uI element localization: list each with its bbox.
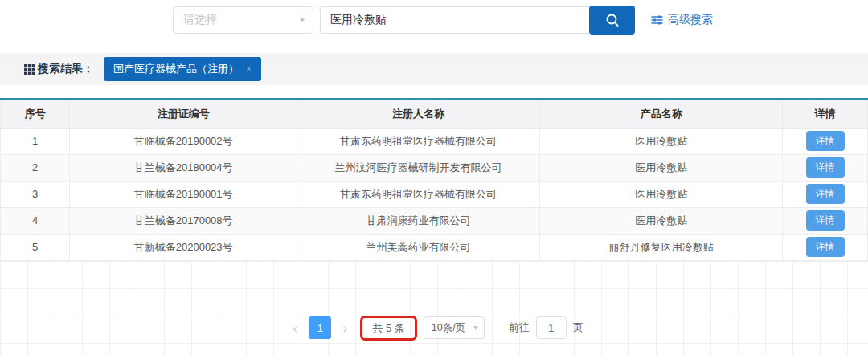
search-icon bbox=[604, 12, 620, 28]
cell-no: 3 bbox=[1, 181, 70, 207]
cell-product: 医用冷敷贴 bbox=[540, 154, 783, 181]
total-count-label: 共 5 条 bbox=[372, 322, 404, 334]
category-select[interactable]: 请选择 ▾ bbox=[173, 6, 313, 34]
column-header-detail: 详情 bbox=[783, 100, 868, 128]
table-row: 2 甘兰械备20180004号 兰州汶河医疗器械研制开发有限公司 医用冷敷贴 详… bbox=[1, 154, 868, 181]
detail-button[interactable]: 详情 bbox=[806, 131, 845, 151]
cell-registrant: 甘肃东药明祖堂医疗器械有限公司 bbox=[297, 181, 540, 207]
cell-no: 5 bbox=[1, 234, 70, 260]
cell-cert: 甘兰械备20180004号 bbox=[70, 154, 297, 181]
detail-button[interactable]: 详情 bbox=[806, 184, 845, 204]
search-bar: 请选择 ▾ 高级搜 bbox=[173, 6, 713, 35]
page-number-button[interactable]: 1 bbox=[309, 316, 331, 339]
table-row: 3 甘临械备20190001号 甘肃东药明祖堂医疗器械有限公司 医用冷敷贴 详情 bbox=[1, 181, 868, 207]
cell-no: 1 bbox=[1, 128, 70, 154]
pagination: ‹ 1 › 共 5 条 10条/页 ▾ 前往 页 bbox=[0, 315, 868, 341]
cell-product: 医用冷敷贴 bbox=[540, 181, 783, 207]
cell-product: 医用冷敷贴 bbox=[540, 207, 783, 234]
cell-cert: 甘临械备20190001号 bbox=[70, 181, 297, 207]
cell-product: 医用冷敷贴 bbox=[540, 128, 783, 154]
chevron-down-icon: ▾ bbox=[473, 323, 478, 332]
table-row: 5 甘新械备20200023号 兰州美蒿药业有限公司 丽舒丹修复医用冷敷贴 详情 bbox=[1, 234, 868, 260]
search-input[interactable] bbox=[320, 6, 589, 34]
category-select-placeholder: 请选择 bbox=[183, 13, 217, 27]
grid-icon bbox=[24, 64, 35, 75]
goto-label: 前往 bbox=[509, 320, 530, 335]
cell-registrant: 甘肃东药明祖堂医疗器械有限公司 bbox=[297, 128, 540, 154]
filter-sliders-icon bbox=[651, 14, 668, 26]
results-table-container: 序号 注册证编号 注册人名称 产品名称 详情 1 甘临械备20190002号 甘… bbox=[0, 98, 868, 261]
prev-page-button[interactable]: ‹ bbox=[285, 316, 305, 339]
cell-registrant: 甘肃润康药业有限公司 bbox=[297, 207, 540, 234]
results-table: 序号 注册证编号 注册人名称 产品名称 详情 1 甘临械备20190002号 甘… bbox=[0, 100, 868, 261]
total-count-highlight-box: 共 5 条 bbox=[360, 316, 416, 341]
advanced-search-link[interactable]: 高级搜索 bbox=[651, 13, 713, 27]
cell-registrant: 兰州美蒿药业有限公司 bbox=[297, 234, 540, 260]
result-filter-tag[interactable]: 国产医疗器械产品（注册） × bbox=[104, 57, 261, 81]
results-bar: 搜索结果： 国产医疗器械产品（注册） × bbox=[0, 53, 868, 85]
column-header-registrant: 注册人名称 bbox=[297, 100, 540, 128]
next-page-button[interactable]: › bbox=[334, 316, 355, 339]
chevron-down-icon: ▾ bbox=[300, 15, 305, 24]
cell-registrant: 兰州汶河医疗器械研制开发有限公司 bbox=[297, 154, 540, 181]
advanced-search-label: 高级搜索 bbox=[668, 13, 713, 27]
cell-cert: 甘新械备20200023号 bbox=[70, 234, 297, 260]
goto-page-group: 前往 页 bbox=[509, 316, 583, 339]
result-filter-tag-label: 国产医疗器械产品（注册） bbox=[113, 62, 239, 76]
table-row: 4 甘兰械备20170008号 甘肃润康药业有限公司 医用冷敷贴 详情 bbox=[1, 207, 868, 234]
cell-no: 2 bbox=[1, 154, 70, 181]
cell-no: 4 bbox=[1, 207, 70, 234]
detail-button[interactable]: 详情 bbox=[806, 210, 845, 231]
background-grid: 国家药品监督管理局NMPA 国家药品监督管理局NMPA bbox=[0, 261, 868, 355]
column-header-no: 序号 bbox=[1, 100, 70, 128]
column-header-cert: 注册证编号 bbox=[70, 100, 297, 128]
results-label: 搜索结果： bbox=[38, 62, 94, 76]
goto-suffix-label: 页 bbox=[573, 320, 583, 335]
detail-button[interactable]: 详情 bbox=[806, 157, 845, 178]
cell-cert: 甘临械备20190002号 bbox=[70, 128, 297, 154]
table-header-row: 序号 注册证编号 注册人名称 产品名称 详情 bbox=[1, 100, 868, 128]
cell-product: 丽舒丹修复医用冷敷贴 bbox=[540, 234, 783, 260]
column-header-product: 产品名称 bbox=[540, 100, 783, 128]
table-row: 1 甘临械备20190002号 甘肃东药明祖堂医疗器械有限公司 医用冷敷贴 详情 bbox=[1, 128, 868, 154]
close-icon[interactable]: × bbox=[246, 63, 252, 75]
goto-page-input[interactable] bbox=[536, 316, 567, 339]
detail-button[interactable]: 详情 bbox=[806, 237, 845, 257]
search-button[interactable] bbox=[589, 6, 635, 35]
page-size-select[interactable]: 10条/页 ▾ bbox=[424, 316, 485, 339]
page-size-value: 10条/页 bbox=[432, 321, 465, 335]
cell-cert: 甘兰械备20170008号 bbox=[70, 207, 297, 234]
